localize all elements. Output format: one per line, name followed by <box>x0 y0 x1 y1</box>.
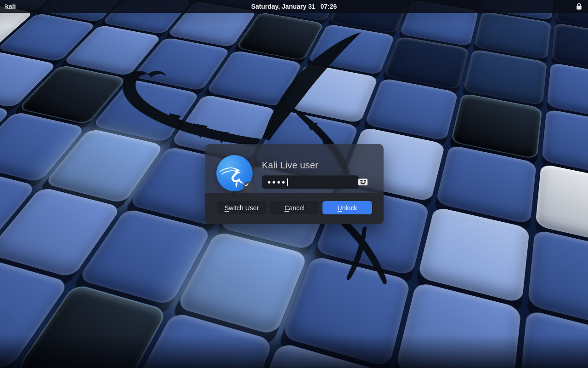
unlock-dialog: Kali Live user ●●●● Switch <box>205 144 384 224</box>
clock-time: 07:26 <box>321 3 337 10</box>
dialog-footer: Switch User Cancel Unlock <box>205 193 384 224</box>
password-input[interactable]: ●●●● <box>262 175 359 189</box>
user-display-name: Kali Live user <box>262 160 318 171</box>
cancel-button[interactable]: Cancel <box>270 201 319 214</box>
clock-date: Saturday, January 31 <box>251 3 316 10</box>
password-masked-value: ●●●● <box>267 179 286 185</box>
clock: Saturday, January 31 07:26 <box>0 0 588 13</box>
text-caret <box>287 178 288 186</box>
unlock-button[interactable]: Unlock <box>322 201 372 214</box>
lock-screen: kali Saturday, January 31 07:26 <box>0 0 588 368</box>
top-bar: kali Saturday, January 31 07:26 <box>0 0 588 13</box>
switch-user-button[interactable]: Switch User <box>217 201 266 214</box>
checkmark-badge-icon <box>243 182 254 192</box>
on-screen-keyboard-icon[interactable] <box>357 177 369 188</box>
lock-icon <box>576 0 582 13</box>
user-avatar <box>216 155 253 191</box>
